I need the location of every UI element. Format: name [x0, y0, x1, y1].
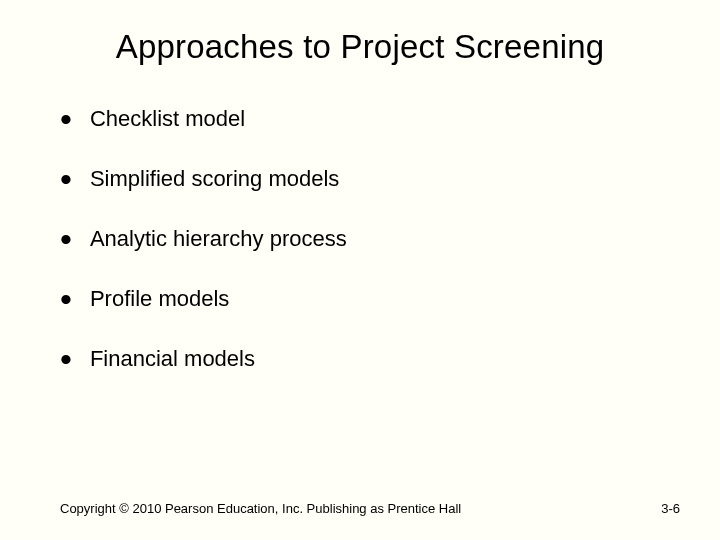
list-item-text: Analytic hierarchy process: [90, 226, 347, 252]
bullet-icon: •: [60, 350, 72, 368]
slide-footer: Copyright © 2010 Pearson Education, Inc.…: [60, 501, 680, 516]
list-item: • Analytic hierarchy process: [60, 226, 650, 252]
slide-body: • Checklist model • Simplified scoring m…: [0, 76, 720, 372]
list-item: • Checklist model: [60, 106, 650, 132]
bullet-icon: •: [60, 290, 72, 308]
list-item: • Profile models: [60, 286, 650, 312]
slide: Approaches to Project Screening • Checkl…: [0, 0, 720, 540]
copyright-text: Copyright © 2010 Pearson Education, Inc.…: [60, 501, 461, 516]
list-item: • Simplified scoring models: [60, 166, 650, 192]
list-item-text: Simplified scoring models: [90, 166, 339, 192]
list-item-text: Checklist model: [90, 106, 245, 132]
page-number: 3-6: [661, 501, 680, 516]
list-item-text: Profile models: [90, 286, 229, 312]
slide-title: Approaches to Project Screening: [0, 0, 720, 76]
list-item: • Financial models: [60, 346, 650, 372]
bullet-icon: •: [60, 110, 72, 128]
bullet-icon: •: [60, 170, 72, 188]
list-item-text: Financial models: [90, 346, 255, 372]
bullet-icon: •: [60, 230, 72, 248]
